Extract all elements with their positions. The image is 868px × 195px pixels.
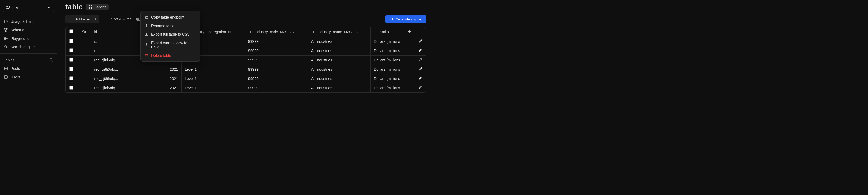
cell-code: 99999	[245, 83, 308, 93]
row-link	[77, 46, 91, 55]
code-icon	[389, 17, 393, 21]
svg-point-4	[4, 28, 5, 30]
add-record-button[interactable]: Add a record	[65, 15, 99, 23]
text-icon	[374, 30, 378, 34]
row-select[interactable]	[66, 74, 77, 83]
rename-icon	[144, 24, 149, 28]
sidebar-item-label: Playground	[11, 36, 30, 41]
text-icon	[248, 30, 252, 34]
cell-units: Dollars (millions	[370, 55, 403, 65]
select-all-checkbox[interactable]	[69, 30, 73, 33]
branch-selector[interactable]: main	[3, 3, 55, 12]
cell-agg: Level 1	[181, 74, 245, 83]
actions-button[interactable]: Actions	[86, 4, 109, 10]
menu-delete-table[interactable]: Delete table	[141, 51, 199, 60]
schema-icon	[4, 28, 8, 32]
menu-copy-endpoint[interactable]: Copy table endpoint	[141, 13, 199, 22]
sort-filter-label: Sort & Filter	[111, 17, 131, 21]
edit-row-button[interactable]	[415, 37, 426, 46]
row-checkbox[interactable]	[69, 48, 73, 52]
search-icon[interactable]	[49, 58, 54, 62]
tables-section: Tables Posts Users	[0, 54, 57, 84]
chevron-down-icon[interactable]	[237, 30, 242, 34]
row-select[interactable]	[66, 83, 77, 93]
row-select[interactable]	[66, 55, 77, 65]
chevron-down-icon[interactable]	[396, 30, 400, 34]
sidebar-table-label: Posts	[11, 66, 20, 71]
column-label: Units	[380, 30, 389, 34]
svg-point-6	[5, 31, 6, 32]
globe-icon	[4, 36, 8, 41]
select-all-header[interactable]	[66, 27, 77, 37]
table-row: r...2021Level 199999All industriesDollar…	[66, 37, 426, 46]
link-icon	[82, 30, 86, 34]
column-label: Industry_code_NZSIOC	[255, 30, 294, 34]
row-select[interactable]	[66, 65, 77, 74]
cell-code: 99999	[245, 55, 308, 65]
svg-rect-14	[89, 7, 90, 8]
column-label: Industry_name_NZSIOC	[318, 30, 358, 34]
menu-rename-table[interactable]: Rename table	[141, 22, 199, 30]
row-checkbox[interactable]	[69, 67, 73, 71]
column-header-code[interactable]: Industry_code_NZSIOC	[245, 27, 308, 37]
data-table: id Year Industry_aggregation_N... Indust…	[65, 27, 426, 93]
menu-export-full[interactable]: Export full table to CSV	[141, 30, 199, 38]
actions-menu: Copy table endpoint Rename table Export …	[140, 11, 200, 62]
sidebar-item-playground[interactable]: Playground	[0, 34, 57, 43]
pencil-icon	[418, 85, 423, 90]
add-column-button[interactable]	[403, 27, 415, 37]
row-checkbox[interactable]	[69, 58, 73, 62]
svg-rect-16	[146, 17, 148, 19]
row-select[interactable]	[66, 37, 77, 46]
cell-name: All industries	[308, 83, 370, 93]
column-header-name[interactable]: Industry_name_NZSIOC	[308, 27, 370, 37]
grid-icon	[89, 5, 93, 9]
cell-empty	[403, 74, 415, 83]
chevron-down-icon[interactable]	[300, 30, 305, 34]
cell-id: rec_cji8i6ofq...	[91, 83, 153, 93]
sidebar-item-schema[interactable]: Schema	[0, 26, 57, 34]
row-link	[77, 65, 91, 74]
table-row: rec_cji8i6ofq...2021Level 199999All indu…	[66, 65, 426, 74]
svg-point-8	[4, 46, 7, 48]
table-row: r...2021Level 199999All industriesDollar…	[66, 46, 426, 55]
sort-filter-button[interactable]: Sort & Filter	[105, 17, 131, 21]
edit-row-button[interactable]	[415, 65, 426, 74]
sidebar-table-users[interactable]: Users	[0, 73, 57, 81]
svg-rect-13	[91, 5, 92, 6]
edit-header	[415, 27, 426, 37]
row-checkbox[interactable]	[69, 39, 73, 43]
edit-row-button[interactable]	[415, 83, 426, 93]
sidebar-table-posts[interactable]: Posts	[0, 64, 57, 73]
row-checkbox[interactable]	[69, 76, 73, 80]
row-select[interactable]	[66, 46, 77, 55]
cell-name: All industries	[308, 37, 370, 46]
edit-row-button[interactable]	[415, 46, 426, 55]
trash-icon	[144, 54, 149, 58]
menu-export-current[interactable]: Export current view to CSV	[141, 38, 199, 51]
column-label: id	[94, 30, 97, 34]
gauge-icon	[4, 20, 8, 24]
branch-icon	[6, 5, 10, 9]
pencil-icon	[418, 48, 423, 52]
row-checkbox[interactable]	[69, 86, 73, 90]
cell-name: All industries	[308, 65, 370, 74]
edit-row-button[interactable]	[415, 74, 426, 83]
chevron-down-icon[interactable]	[363, 30, 367, 34]
cell-name: All industries	[308, 46, 370, 55]
cell-agg: Level 1	[181, 83, 245, 93]
row-link	[77, 83, 91, 93]
copy-icon	[144, 15, 149, 20]
menu-item-label: Rename table	[151, 24, 174, 28]
column-header-units[interactable]: Units	[370, 27, 403, 37]
svg-point-0	[7, 6, 8, 7]
edit-row-button[interactable]	[415, 55, 426, 65]
toolbar: Add a record Sort & Filter Columns Get c…	[57, 11, 434, 27]
tables-header-label: Tables	[4, 58, 14, 62]
menu-item-label: Export current view to CSV	[151, 41, 196, 49]
sidebar-item-search-engine[interactable]: Search engine	[0, 43, 57, 51]
get-code-snippet-button[interactable]: Get code snippet	[385, 15, 426, 23]
sidebar-item-label: Usage & limits	[11, 20, 34, 24]
sidebar-item-usage[interactable]: Usage & limits	[0, 17, 57, 26]
menu-item-label: Export full table to CSV	[151, 32, 190, 36]
